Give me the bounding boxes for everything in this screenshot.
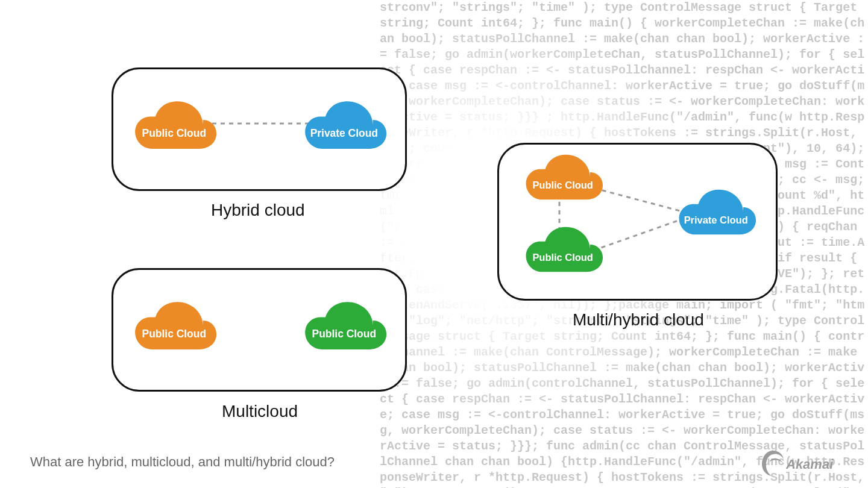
svg-text:Private Cloud: Private Cloud: [310, 127, 378, 139]
page-caption: What are hybrid, multicloud, and multi/h…: [30, 454, 335, 470]
multihybrid-cloud-label: Multi/hybrid cloud: [573, 310, 704, 330]
svg-text:Private Cloud: Private Cloud: [684, 214, 748, 225]
public-cloud-icon-green-2: Public Cloud: [510, 217, 612, 282]
public-cloud-icon-orange-3: Public Cloud: [510, 145, 612, 210]
hybrid-cloud-container: Public Cloud Private Cloud: [112, 67, 407, 191]
svg-text:Public Cloud: Public Cloud: [312, 328, 376, 340]
public-cloud-icon-orange-2: Public Cloud: [118, 291, 227, 360]
multihybrid-cloud-container: Public Cloud Public Cloud Private Cloud: [497, 143, 778, 301]
public-cloud-icon-green: Public Cloud: [288, 291, 397, 360]
akamai-logo: Akamai: [761, 448, 845, 477]
hybrid-cloud-label: Hybrid cloud: [211, 201, 305, 220]
svg-text:Public Cloud: Public Cloud: [532, 252, 593, 263]
multicloud-label: Multicloud: [222, 402, 298, 421]
svg-text:Public Cloud: Public Cloud: [142, 328, 206, 340]
svg-text:Akamai: Akamai: [785, 457, 834, 472]
private-cloud-icon-blue-2: Private Cloud: [663, 180, 766, 245]
multicloud-container: Public Cloud Public Cloud: [112, 268, 407, 392]
svg-text:Public Cloud: Public Cloud: [532, 180, 593, 190]
public-cloud-icon-orange: Public Cloud: [118, 90, 227, 160]
private-cloud-icon-blue: Private Cloud: [288, 90, 397, 160]
svg-text:Public Cloud: Public Cloud: [142, 127, 206, 139]
